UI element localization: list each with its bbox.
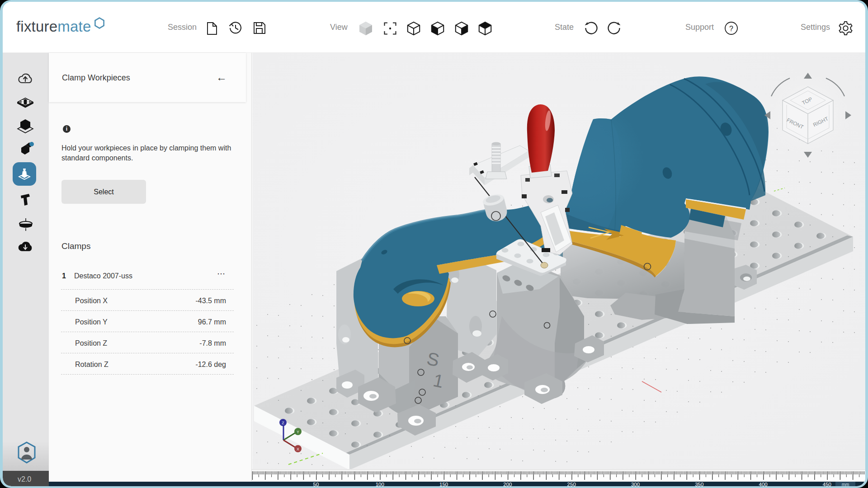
svg-text:100: 100 xyxy=(376,482,384,487)
svg-text:150: 150 xyxy=(439,482,448,487)
svg-text:mm: mm xyxy=(842,482,849,487)
svg-text:400: 400 xyxy=(759,482,768,487)
svg-text:300: 300 xyxy=(631,482,640,487)
svg-text:50: 50 xyxy=(313,482,319,487)
svg-text:250: 250 xyxy=(567,482,576,487)
svg-text:350: 350 xyxy=(695,482,703,487)
svg-text:450: 450 xyxy=(823,482,831,487)
svg-text:200: 200 xyxy=(503,482,512,487)
svg-text:?: ? xyxy=(729,25,733,33)
